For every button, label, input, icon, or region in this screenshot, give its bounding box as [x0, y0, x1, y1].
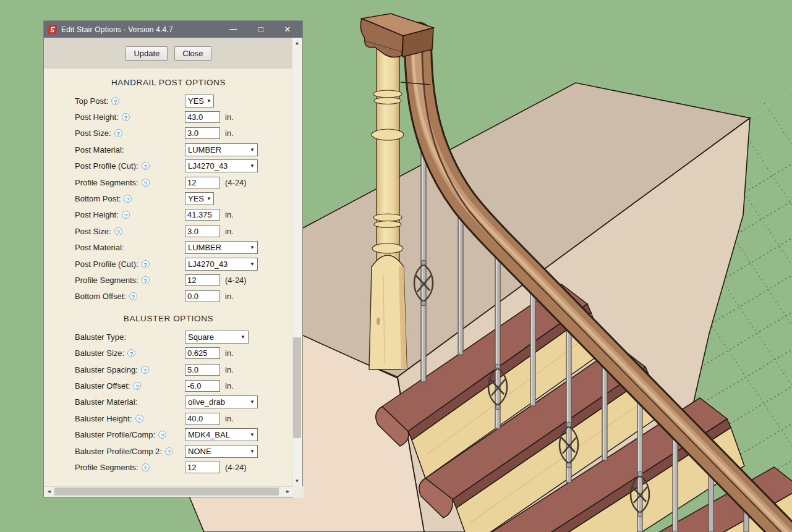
- dropdown-arrow-icon: ▼: [250, 245, 255, 250]
- baluster-offset-input[interactable]: [185, 380, 220, 392]
- profile-segments-label: Profile Segments:: [75, 463, 138, 472]
- help-icon[interactable]: ?: [114, 227, 122, 235]
- baluster-type-select[interactable]: Square▼: [185, 331, 249, 344]
- help-icon[interactable]: ?: [142, 463, 150, 471]
- post-material-label: Post Material:: [75, 145, 124, 154]
- profile-segments-input[interactable]: [185, 274, 220, 286]
- option-row: Profile Segments:?(4-24): [44, 459, 293, 475]
- unit-suffix: in.: [225, 292, 234, 301]
- help-icon[interactable]: ?: [142, 276, 150, 284]
- bottom-offset-label: Bottom Offset:: [75, 292, 126, 301]
- baluster-size-input[interactable]: [185, 347, 220, 359]
- help-icon[interactable]: ?: [135, 415, 143, 423]
- post-profile-cut-select[interactable]: LJ4270_43▼: [185, 258, 258, 271]
- baluster-type-label: Baluster Type:: [75, 332, 126, 342]
- option-row: Baluster Material:olive_drab▼: [44, 394, 293, 410]
- help-icon[interactable]: ?: [122, 113, 130, 121]
- post-height-label: Post Height:: [75, 210, 119, 219]
- update-button[interactable]: Update: [126, 46, 168, 61]
- unit-suffix: in.: [225, 129, 234, 138]
- help-icon[interactable]: ?: [127, 349, 135, 357]
- dialog-window: Edit Stair Options - Version 4.4.7 — □ ✕…: [43, 20, 303, 497]
- option-row: Post Size:?in.: [44, 223, 293, 239]
- option-row: Baluster Profile/Comp:?MDK4_BAL▼: [44, 426, 293, 442]
- vertical-scrollbar-thumb[interactable]: [293, 337, 301, 438]
- bottom-post-label: Bottom Post:: [75, 194, 121, 203]
- help-icon[interactable]: ?: [133, 382, 141, 390]
- post-material-select[interactable]: LUMBER▼: [185, 241, 258, 254]
- button-strip: Update Close: [44, 38, 293, 69]
- option-row: Post Material:LUMBER▼: [44, 240, 293, 256]
- post-size-input[interactable]: [185, 127, 220, 139]
- baluster-offset-label: Baluster Offset:: [75, 381, 130, 391]
- option-row: Bottom Offset:?in.: [44, 289, 293, 305]
- post-height-input[interactable]: [185, 111, 220, 123]
- baluster-material-select[interactable]: olive_drab▼: [185, 395, 258, 408]
- option-row: Post Material:LUMBER▼: [44, 141, 293, 158]
- unit-suffix: in.: [225, 210, 234, 219]
- dropdown-arrow-icon: ▼: [250, 163, 255, 169]
- bottom-offset-input[interactable]: [185, 290, 220, 302]
- help-icon[interactable]: ?: [165, 447, 173, 455]
- post-profile-cut-label: Post Profile (Cut):: [75, 161, 138, 171]
- unit-suffix: in.: [225, 112, 234, 122]
- profile-segments-input[interactable]: [185, 462, 220, 473]
- bottom-post-select[interactable]: YES▼: [185, 192, 214, 205]
- help-icon[interactable]: ?: [124, 195, 132, 203]
- help-icon[interactable]: ?: [142, 179, 150, 187]
- minimize-button[interactable]: —: [224, 21, 242, 38]
- post-material-label: Post Material:: [75, 243, 124, 252]
- baluster-spacing-label: Baluster Spacing:: [75, 365, 138, 374]
- maximize-button[interactable]: □: [252, 21, 270, 38]
- help-icon[interactable]: ?: [122, 211, 130, 219]
- baluster-profile-comp-select[interactable]: MDK4_BAL▼: [185, 428, 258, 441]
- select-value: Square: [188, 332, 214, 342]
- unit-suffix: (4-24): [225, 276, 247, 285]
- baluster-size-label: Baluster Size:: [75, 348, 124, 358]
- option-row: Profile Segments:?(4-24): [44, 174, 293, 190]
- post-profile-cut-label: Post Profile (Cut):: [75, 260, 138, 269]
- help-icon[interactable]: ?: [142, 162, 150, 170]
- title-bar[interactable]: Edit Stair Options - Version 4.4.7 — □ ✕: [44, 21, 302, 38]
- unit-suffix: in.: [225, 414, 234, 423]
- scroll-up-arrow-icon[interactable]: ▲: [292, 38, 302, 48]
- top-post-select[interactable]: YES▼: [185, 95, 214, 108]
- unit-suffix: in.: [225, 348, 234, 358]
- window-title: Edit Stair Options - Version 4.4.7: [61, 25, 173, 34]
- select-value: LUMBER: [188, 243, 221, 252]
- baluster-profile-comp-label: Baluster Profile/Comp:: [75, 430, 155, 439]
- scroll-right-arrow-icon[interactable]: ►: [283, 486, 293, 497]
- form-body: HANDRAIL POST OPTIONSTop Post:?YES▼Post …: [44, 69, 293, 486]
- post-size-label: Post Size:: [75, 227, 111, 236]
- baluster-height-input[interactable]: [185, 413, 220, 424]
- help-icon[interactable]: ?: [158, 431, 166, 439]
- unit-suffix: (4-24): [225, 463, 247, 472]
- select-value: olive_drab: [188, 397, 225, 407]
- scroll-down-arrow-icon[interactable]: ▼: [292, 476, 302, 486]
- post-profile-cut-select[interactable]: LJ4270_43▼: [185, 159, 258, 172]
- help-icon[interactable]: ?: [111, 97, 119, 105]
- close-button[interactable]: Close: [174, 46, 211, 61]
- post-height-input[interactable]: [185, 209, 220, 221]
- dropdown-arrow-icon: ▼: [250, 432, 255, 437]
- option-row: Post Profile (Cut):?LJ4270_43▼: [44, 158, 293, 174]
- option-row: Post Height:?in.: [44, 207, 293, 223]
- horizontal-scrollbar-thumb[interactable]: [54, 488, 279, 496]
- help-icon[interactable]: ?: [129, 292, 137, 300]
- post-size-input[interactable]: [185, 226, 220, 237]
- post-material-select[interactable]: LUMBER▼: [185, 143, 258, 156]
- help-icon[interactable]: ?: [141, 366, 149, 374]
- help-icon[interactable]: ?: [142, 260, 150, 268]
- profile-segments-input[interactable]: [185, 177, 220, 188]
- baluster-profile-comp-2-select[interactable]: NONE▼: [185, 445, 258, 458]
- close-window-button[interactable]: ✕: [278, 21, 297, 38]
- scroll-left-arrow-icon[interactable]: ◄: [44, 486, 54, 497]
- option-row: Baluster Profile/Comp 2:?NONE▼: [44, 443, 293, 459]
- help-icon[interactable]: ?: [114, 129, 122, 137]
- baluster-height-label: Baluster Height:: [75, 414, 132, 423]
- baluster-spacing-input[interactable]: [185, 364, 220, 376]
- desktop: { "window": { "title": "Edit Stair Optio…: [0, 0, 792, 532]
- option-row: Post Profile (Cut):?LJ4270_43▼: [44, 256, 293, 272]
- option-row: Baluster Height:?in.: [44, 410, 293, 426]
- wood-knot: [377, 318, 380, 325]
